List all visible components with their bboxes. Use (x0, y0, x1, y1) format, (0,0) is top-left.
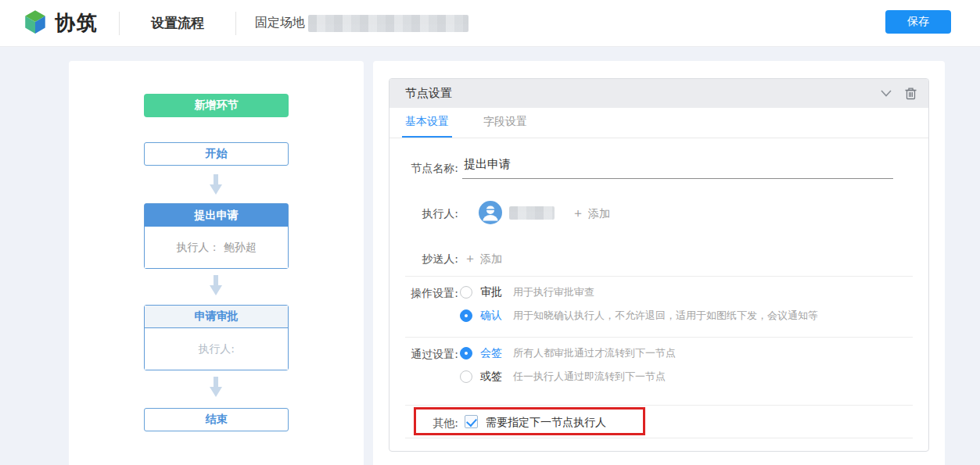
radio-confirm[interactable] (460, 309, 472, 322)
panel-header: 节点设置 (389, 79, 928, 108)
radio-orsign-label[interactable]: 或签 (480, 370, 502, 384)
radio-countersign-desc: 所有人都审批通过才流转到下一节点 (513, 346, 676, 360)
add-executor-label: 添加 (588, 207, 610, 220)
flow-node-approve-title[interactable]: 申请审批 (145, 306, 288, 328)
flow-node-apply-title[interactable]: 提出申请 (145, 204, 288, 227)
add-cc-button[interactable]: ＋添加 (464, 251, 502, 267)
pass-label: 通过设置: (389, 348, 458, 362)
option-orsign: 或签 任一执行人通过即流转到下一节点 (460, 370, 666, 384)
worker-avatar-icon[interactable] (479, 201, 502, 224)
trash-icon[interactable] (903, 87, 917, 101)
flow-node-apply[interactable]: 提出申请 执行人： 鲍孙超 (144, 203, 289, 269)
page-title-blurred-region (308, 15, 468, 32)
header-divider (119, 12, 120, 35)
radio-approve[interactable] (460, 286, 472, 299)
radio-orsign-desc: 任一执行人通过即流转到下一节点 (513, 370, 666, 384)
option-confirm: 确认 用于知晓确认执行人，不允许退回，适用于如图纸下发，会议通知等 (460, 309, 818, 323)
other-label: 其他: (389, 417, 458, 431)
divider (405, 276, 913, 277)
chevron-down-icon[interactable] (879, 87, 893, 101)
flow-arrow-icon (210, 275, 222, 296)
option-approve: 审批 用于执行审批审查 (460, 285, 594, 299)
page-title-text: 固定场地 (255, 15, 305, 31)
divider (405, 438, 913, 438)
divider (405, 337, 913, 338)
node-name-label: 节点名称: (389, 162, 458, 176)
divider (405, 405, 913, 406)
executor-label: 执行人: (389, 207, 458, 221)
flow-arrow-icon (210, 377, 222, 398)
cc-label: 抄送人: (389, 252, 458, 266)
nav-item-setup-flow[interactable]: 设置流程 (151, 14, 204, 32)
header-divider (235, 12, 236, 35)
flow-node-apply-executor: 执行人： 鲍孙超 (145, 227, 288, 268)
flow-node-end[interactable]: 结束 (144, 408, 289, 431)
page-title: 固定场地 (255, 15, 468, 32)
add-step-button[interactable]: 新增环节 (144, 94, 289, 117)
radio-orsign[interactable] (460, 370, 472, 383)
add-executor-button[interactable]: ＋添加 (572, 206, 610, 222)
radio-countersign-label[interactable]: 会签 (480, 346, 502, 360)
tab-field-settings[interactable]: 字段设置 (480, 108, 530, 138)
logo-text: 协筑 (55, 9, 99, 37)
settings-form: 节点名称: 执行人: ＋添加 (389, 138, 928, 451)
radio-approve-label[interactable]: 审批 (480, 285, 502, 299)
executor-name-blurred (509, 206, 555, 220)
flow-diagram-card: 新增环节 开始 提出申请 执行人： 鲍孙超 申请审批 执行人: 结束 (69, 61, 364, 465)
save-button[interactable]: 保存 (885, 10, 951, 34)
flow-node-start[interactable]: 开始 (144, 142, 289, 166)
plus-icon: ＋ (464, 251, 476, 266)
add-cc-label: 添加 (480, 252, 502, 265)
node-name-input[interactable] (462, 157, 893, 179)
panel-tabs: 基本设置 字段设置 (389, 108, 928, 138)
next-executor-checkbox[interactable] (465, 415, 478, 428)
app-header: 协筑 设置流程 固定场地 保存 (0, 0, 980, 47)
tab-basic-settings[interactable]: 基本设置 (402, 108, 452, 138)
flow-arrow-icon (210, 174, 222, 195)
app-logo: 协筑 (22, 9, 99, 38)
radio-countersign[interactable] (460, 347, 472, 359)
next-executor-checkbox-label[interactable]: 需要指定下一节点执行人 (486, 416, 606, 430)
settings-area: 节点设置 基本设置 字段设置 节点名称: (373, 61, 945, 465)
radio-confirm-label[interactable]: 确认 (480, 309, 502, 323)
option-countersign: 会签 所有人都审批通过才流转到下一节点 (460, 346, 676, 360)
radio-confirm-desc: 用于知晓确认执行人，不允许退回，适用于如图纸下发，会议通知等 (513, 309, 818, 323)
operation-label: 操作设置: (389, 287, 458, 301)
logo-cube-icon (22, 9, 48, 38)
node-settings-panel: 节点设置 基本设置 字段设置 节点名称: (389, 78, 929, 452)
flow-node-approve-executor: 执行人: (145, 328, 288, 370)
flow-node-approve[interactable]: 申请审批 执行人: (144, 305, 289, 370)
plus-icon: ＋ (572, 206, 584, 220)
radio-approve-desc: 用于执行审批审查 (513, 285, 594, 299)
panel-title: 节点设置 (405, 86, 869, 101)
